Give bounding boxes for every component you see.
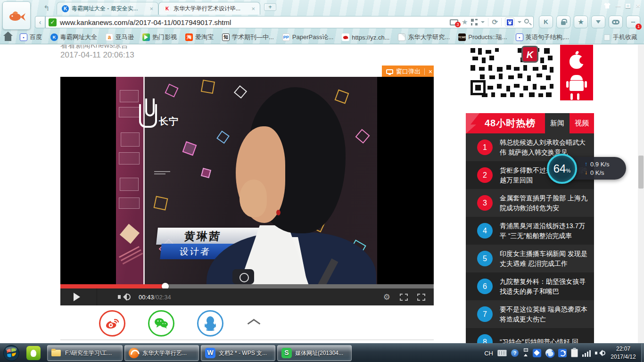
progress-fill <box>60 284 165 288</box>
bookmark-amazon[interactable]: a亚马逊 <box>106 33 134 41</box>
tab-kankanews[interactable]: K 东华大学举行艺术设计毕... × <box>158 2 260 15</box>
arrow-tray-icon[interactable] <box>558 349 567 357</box>
app-download-panel[interactable] <box>560 45 593 100</box>
bookmark-yz[interactable]: https://yz.ch... <box>342 33 389 41</box>
menu-button[interactable]: •••1 <box>626 16 640 28</box>
video-player[interactable]: 长宁 黄琳茜 设计者 <box>60 77 434 305</box>
bookmark-movies[interactable]: 热门影视 <box>142 33 177 41</box>
divider <box>97 288 97 305</box>
wechat-share-icon[interactable] <box>148 310 174 337</box>
url-text[interactable]: www.kankanews.com/a/2017-04-11/001794901… <box>60 18 231 26</box>
page-scrollbar[interactable] <box>638 45 644 343</box>
coreldraw-icon[interactable] <box>26 346 41 360</box>
paperpass-icon: PP <box>282 33 290 41</box>
clock-time: 22:07 <box>606 345 640 353</box>
lock-icon <box>561 21 566 25</box>
start-button[interactable] <box>3 345 20 362</box>
language-indicator[interactable]: CH <box>484 350 493 357</box>
maximize-button[interactable] <box>626 4 630 8</box>
video-frame[interactable]: 长宁 黄琳茜 设计者 <box>60 77 434 284</box>
minimize-button[interactable]: — <box>615 2 621 9</box>
games-button[interactable] <box>609 16 623 28</box>
screenshot-icon[interactable]: 3 <box>450 19 458 25</box>
baidu-paw-icon[interactable] <box>505 17 514 27</box>
upload-speed: 0.9 K/s <box>590 161 609 168</box>
help-icon[interactable]: ? <box>511 349 519 357</box>
k-swoosh-icon <box>466 113 482 133</box>
phone-favorites[interactable]: 手机收藏 <box>604 33 637 41</box>
baidu-paw-icon: 🞄 <box>20 33 27 41</box>
document-icon <box>398 33 405 41</box>
taskbar-window-explorer[interactable]: F:\研究生学习\工... <box>47 345 123 361</box>
taskbar-window-wps-writer[interactable]: W 文档2 * - WPS 文... <box>201 345 275 361</box>
favorite-star-icon[interactable]: ★ <box>462 18 468 26</box>
safety-shield-icon: ✓ <box>49 18 57 26</box>
tab-close-icon[interactable]: × <box>251 5 255 12</box>
chevron-down-icon[interactable] <box>518 21 521 25</box>
downloads-button[interactable] <box>591 16 605 28</box>
tab-news[interactable]: 新闻 <box>545 113 570 133</box>
home-icon[interactable] <box>5 35 11 41</box>
refresh-icon[interactable]: ⟳ <box>492 18 498 26</box>
bookmark-products[interactable]: TCMDProducts::瑞... <box>458 33 507 41</box>
back-button[interactable]: ‹ <box>35 16 45 28</box>
keyboard-icon[interactable] <box>497 350 507 356</box>
undo-arrow-icon[interactable]: ↰ <box>43 4 53 11</box>
search-icon[interactable] <box>524 19 529 24</box>
qr-scan-icon[interactable] <box>471 19 478 25</box>
popup-window-button[interactable]: 窗口弹出 × <box>382 66 434 77</box>
android-icon[interactable] <box>570 81 584 91</box>
browser-logo[interactable] <box>2 1 31 30</box>
bookmark-dhu[interactable]: 东华大学研究... <box>398 33 450 41</box>
play-button[interactable] <box>74 293 84 301</box>
fullscreen-icon[interactable] <box>417 294 425 301</box>
apple-icon[interactable] <box>570 55 584 69</box>
volume-tray-icon[interactable] <box>595 349 603 357</box>
theater-mode-icon[interactable] <box>400 294 408 301</box>
address-row: ‹ ✓ www.kankanews.com/a/2017-04-11/00179… <box>0 15 644 30</box>
bookmark-english[interactable]: 🞄英语句子结构,... <box>516 33 569 41</box>
tab-close-icon[interactable]: × <box>149 5 153 12</box>
hot-item-4[interactable]: 4青浦黑臭河道沿线拆违13.7万平 “三无”船舶整治完成率 <box>466 217 594 245</box>
taskbar-window-wps-sheet[interactable]: S 媒体网址(201304... <box>277 345 352 361</box>
privacy-lock-button[interactable] <box>556 16 570 28</box>
skin-button[interactable] <box>604 2 611 9</box>
close-button[interactable]: ✕ <box>635 2 641 9</box>
bookmark-journal[interactable]: 知学术期刊—中... <box>222 33 274 41</box>
bookmark-taobao[interactable]: 淘爱淘宝 <box>185 33 214 41</box>
bookmark-paperpass[interactable]: PPPaperPass论... <box>282 33 333 41</box>
taskbar-clock[interactable]: 22:07 2017/4/12 <box>606 345 640 361</box>
memory-percent-ball[interactable]: 64 % <box>547 154 577 184</box>
hot-item-7[interactable]: 7要不是这位英雄 瑞典恐袭原本将造成更大伤亡 <box>466 300 594 328</box>
volume-icon[interactable] <box>118 293 127 301</box>
download-arrow-icon <box>596 20 601 26</box>
rank-badge: 1 <box>477 140 493 155</box>
tab-duba[interactable]: K 毒霸网址大全 - 最安全实... × <box>57 2 158 15</box>
cube-tray-icon[interactable] <box>533 349 541 357</box>
video-progress-bar[interactable] <box>60 284 434 288</box>
new-tab-button[interactable]: + <box>264 3 276 11</box>
favorites-button[interactable]: ★ <box>574 16 588 28</box>
collapse-chevron-icon[interactable] <box>247 319 259 326</box>
chevron-down-icon[interactable] <box>481 21 485 25</box>
swirl-tray-icon[interactable] <box>545 349 554 357</box>
popup-close-icon[interactable]: × <box>429 68 432 75</box>
settings-gear-icon[interactable]: ⚙ <box>383 292 390 302</box>
qq-share-icon[interactable] <box>197 310 223 337</box>
hot-item-3[interactable]: 3金属套管直插男子脸部 上海九院成功救治转危为安 <box>466 189 594 217</box>
tab-video[interactable]: 视频 <box>570 113 594 133</box>
bookmark-duba[interactable]: K毒霸网址大全 <box>50 33 97 41</box>
hidden-icons-caret[interactable] <box>523 349 528 357</box>
hot-item-5[interactable]: 5印度女主播播车祸新闻 发现是丈夫遇难 忍泪完成工作 <box>466 245 594 272</box>
clipboard-tray-icon[interactable] <box>571 349 578 357</box>
clock-date: 2017/4/12 <box>606 353 640 361</box>
taskbar-window-browser[interactable]: 东华大学举行艺... <box>124 345 199 361</box>
weibo-share-icon[interactable] <box>99 310 125 337</box>
network-signal-icon[interactable] <box>582 350 591 357</box>
scrollbar-thumb[interactable] <box>638 156 644 189</box>
bookmark-baidu[interactable]: 🞄百度 <box>20 33 42 41</box>
hot-item-8[interactable]: 8“习特会”后特朗普心情好 回 <box>466 328 594 343</box>
hot-item-6[interactable]: 6九院整复外科：助坚强女孩寻找遗失的鼻子和嘴巴 <box>466 272 594 300</box>
kingsoft-button[interactable]: K <box>539 16 553 28</box>
show-desktop-button[interactable] <box>641 344 644 362</box>
